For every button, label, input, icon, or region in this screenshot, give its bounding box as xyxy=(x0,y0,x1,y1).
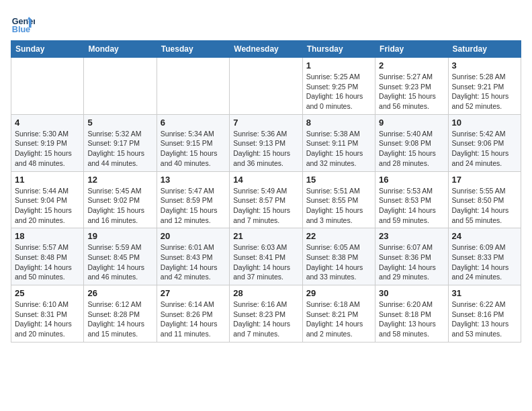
day-cell: 23Sunrise: 6:07 AM Sunset: 8:36 PM Dayli… xyxy=(375,228,448,285)
day-info: Sunrise: 5:30 AM Sunset: 9:19 PM Dayligh… xyxy=(15,129,80,169)
day-number: 10 xyxy=(452,118,517,128)
weekday-header-monday: Monday xyxy=(84,41,157,58)
day-number: 9 xyxy=(379,118,444,128)
day-number: 20 xyxy=(161,231,226,241)
day-info: Sunrise: 5:51 AM Sunset: 8:55 PM Dayligh… xyxy=(306,186,371,226)
day-info: Sunrise: 6:14 AM Sunset: 8:26 PM Dayligh… xyxy=(161,300,226,339)
page-header: General Blue xyxy=(11,11,521,35)
day-number: 18 xyxy=(15,231,80,241)
day-cell: 8Sunrise: 5:38 AM Sunset: 9:11 PM Daylig… xyxy=(302,114,375,171)
day-info: Sunrise: 6:05 AM Sunset: 8:38 PM Dayligh… xyxy=(306,242,371,282)
day-number: 6 xyxy=(161,118,226,128)
weekday-header-saturday: Saturday xyxy=(448,41,521,58)
day-cell: 27Sunrise: 6:14 AM Sunset: 8:26 PM Dayli… xyxy=(157,285,229,342)
day-number: 8 xyxy=(306,118,371,128)
day-info: Sunrise: 5:53 AM Sunset: 8:53 PM Dayligh… xyxy=(379,186,444,226)
day-info: Sunrise: 6:09 AM Sunset: 8:33 PM Dayligh… xyxy=(452,242,517,282)
day-cell: 18Sunrise: 5:57 AM Sunset: 8:48 PM Dayli… xyxy=(11,228,84,285)
day-cell: 26Sunrise: 6:12 AM Sunset: 8:28 PM Dayli… xyxy=(84,285,157,342)
day-info: Sunrise: 5:27 AM Sunset: 9:23 PM Dayligh… xyxy=(379,72,444,111)
day-cell: 3Sunrise: 5:28 AM Sunset: 9:21 PM Daylig… xyxy=(448,58,521,115)
day-info: Sunrise: 5:34 AM Sunset: 9:15 PM Dayligh… xyxy=(161,129,226,169)
day-cell: 11Sunrise: 5:44 AM Sunset: 9:04 PM Dayli… xyxy=(11,171,84,228)
weekday-header-sunday: Sunday xyxy=(11,41,84,58)
day-number: 24 xyxy=(452,231,517,241)
day-number: 7 xyxy=(233,118,298,128)
day-info: Sunrise: 6:01 AM Sunset: 8:43 PM Dayligh… xyxy=(161,242,226,282)
day-number: 26 xyxy=(87,288,152,298)
day-info: Sunrise: 5:59 AM Sunset: 8:45 PM Dayligh… xyxy=(87,242,152,282)
weekday-header-tuesday: Tuesday xyxy=(157,41,229,58)
day-cell: 24Sunrise: 6:09 AM Sunset: 8:33 PM Dayli… xyxy=(448,228,521,285)
day-info: Sunrise: 6:03 AM Sunset: 8:41 PM Dayligh… xyxy=(233,242,298,282)
day-number: 21 xyxy=(233,231,298,241)
day-number: 3 xyxy=(452,60,517,71)
weekday-header-wednesday: Wednesday xyxy=(230,41,302,58)
day-cell: 13Sunrise: 5:47 AM Sunset: 8:59 PM Dayli… xyxy=(157,171,229,228)
day-number: 29 xyxy=(306,288,371,298)
day-cell: 20Sunrise: 6:01 AM Sunset: 8:43 PM Dayli… xyxy=(157,228,229,285)
day-cell: 25Sunrise: 6:10 AM Sunset: 8:31 PM Dayli… xyxy=(11,285,84,342)
day-cell: 4Sunrise: 5:30 AM Sunset: 9:19 PM Daylig… xyxy=(11,114,84,171)
day-number: 15 xyxy=(306,175,371,185)
day-number: 25 xyxy=(15,288,80,298)
day-number: 5 xyxy=(87,118,152,128)
day-number: 23 xyxy=(379,231,444,241)
logo-icon: General Blue xyxy=(11,11,35,35)
day-cell xyxy=(157,58,229,115)
weekday-header-thursday: Thursday xyxy=(302,41,375,58)
day-info: Sunrise: 5:42 AM Sunset: 9:06 PM Dayligh… xyxy=(452,129,517,169)
day-cell: 16Sunrise: 5:53 AM Sunset: 8:53 PM Dayli… xyxy=(375,171,448,228)
day-number: 1 xyxy=(306,60,371,71)
svg-text:Blue: Blue xyxy=(12,25,30,34)
day-cell: 31Sunrise: 6:22 AM Sunset: 8:16 PM Dayli… xyxy=(448,285,521,342)
day-cell: 21Sunrise: 6:03 AM Sunset: 8:41 PM Dayli… xyxy=(230,228,302,285)
day-number: 28 xyxy=(233,288,298,298)
day-cell: 1Sunrise: 5:25 AM Sunset: 9:25 PM Daylig… xyxy=(302,58,375,115)
day-cell: 29Sunrise: 6:18 AM Sunset: 8:21 PM Dayli… xyxy=(302,285,375,342)
day-info: Sunrise: 5:36 AM Sunset: 9:13 PM Dayligh… xyxy=(233,129,298,169)
day-info: Sunrise: 5:40 AM Sunset: 9:08 PM Dayligh… xyxy=(379,129,444,169)
day-cell: 30Sunrise: 6:20 AM Sunset: 8:18 PM Dayli… xyxy=(375,285,448,342)
day-info: Sunrise: 6:18 AM Sunset: 8:21 PM Dayligh… xyxy=(306,300,371,339)
day-info: Sunrise: 5:25 AM Sunset: 9:25 PM Dayligh… xyxy=(306,72,371,111)
day-info: Sunrise: 5:55 AM Sunset: 8:50 PM Dayligh… xyxy=(452,186,517,226)
week-row-5: 25Sunrise: 6:10 AM Sunset: 8:31 PM Dayli… xyxy=(11,285,521,342)
day-info: Sunrise: 6:12 AM Sunset: 8:28 PM Dayligh… xyxy=(87,300,152,339)
day-number: 30 xyxy=(379,288,444,298)
day-info: Sunrise: 5:38 AM Sunset: 9:11 PM Dayligh… xyxy=(306,129,371,169)
day-cell: 10Sunrise: 5:42 AM Sunset: 9:06 PM Dayli… xyxy=(448,114,521,171)
day-number: 31 xyxy=(452,288,517,298)
day-info: Sunrise: 5:45 AM Sunset: 9:02 PM Dayligh… xyxy=(87,186,152,226)
day-number: 14 xyxy=(233,175,298,185)
weekday-header-friday: Friday xyxy=(375,41,448,58)
day-info: Sunrise: 5:49 AM Sunset: 8:57 PM Dayligh… xyxy=(233,186,298,226)
day-info: Sunrise: 6:16 AM Sunset: 8:23 PM Dayligh… xyxy=(233,300,298,339)
day-number: 12 xyxy=(87,175,152,185)
day-cell: 2Sunrise: 5:27 AM Sunset: 9:23 PM Daylig… xyxy=(375,58,448,115)
day-info: Sunrise: 5:44 AM Sunset: 9:04 PM Dayligh… xyxy=(15,186,80,226)
day-cell: 15Sunrise: 5:51 AM Sunset: 8:55 PM Dayli… xyxy=(302,171,375,228)
day-cell: 17Sunrise: 5:55 AM Sunset: 8:50 PM Dayli… xyxy=(448,171,521,228)
day-cell xyxy=(11,58,84,115)
day-cell: 7Sunrise: 5:36 AM Sunset: 9:13 PM Daylig… xyxy=(230,114,302,171)
day-number: 16 xyxy=(379,175,444,185)
day-cell: 6Sunrise: 5:34 AM Sunset: 9:15 PM Daylig… xyxy=(157,114,229,171)
day-number: 4 xyxy=(15,118,80,128)
day-info: Sunrise: 5:57 AM Sunset: 8:48 PM Dayligh… xyxy=(15,242,80,282)
day-number: 13 xyxy=(161,175,226,185)
logo: General Blue xyxy=(11,11,35,35)
day-cell: 5Sunrise: 5:32 AM Sunset: 9:17 PM Daylig… xyxy=(84,114,157,171)
week-row-3: 11Sunrise: 5:44 AM Sunset: 9:04 PM Dayli… xyxy=(11,171,521,228)
day-cell xyxy=(230,58,302,115)
day-info: Sunrise: 5:28 AM Sunset: 9:21 PM Dayligh… xyxy=(452,72,517,111)
day-cell: 19Sunrise: 5:59 AM Sunset: 8:45 PM Dayli… xyxy=(84,228,157,285)
week-row-1: 1Sunrise: 5:25 AM Sunset: 9:25 PM Daylig… xyxy=(11,58,521,115)
week-row-4: 18Sunrise: 5:57 AM Sunset: 8:48 PM Dayli… xyxy=(11,228,521,285)
day-cell: 12Sunrise: 5:45 AM Sunset: 9:02 PM Dayli… xyxy=(84,171,157,228)
week-row-2: 4Sunrise: 5:30 AM Sunset: 9:19 PM Daylig… xyxy=(11,114,521,171)
day-cell: 28Sunrise: 6:16 AM Sunset: 8:23 PM Dayli… xyxy=(230,285,302,342)
day-info: Sunrise: 6:22 AM Sunset: 8:16 PM Dayligh… xyxy=(452,300,517,339)
day-number: 22 xyxy=(306,231,371,241)
day-number: 11 xyxy=(15,175,80,185)
